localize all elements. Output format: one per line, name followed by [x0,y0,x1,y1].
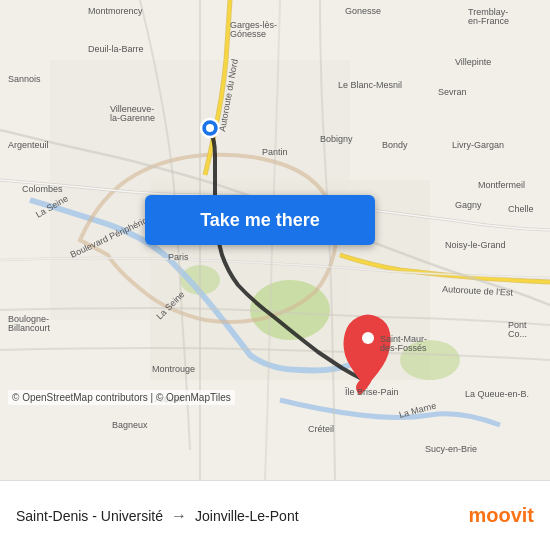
svg-text:Sannois: Sannois [8,74,41,84]
origin-label: Saint-Denis - Université [16,508,163,524]
app-container: Montmorency Gonesse Tremblay- en-France … [0,0,550,550]
svg-text:Créteil: Créteil [308,424,334,434]
svg-point-7 [206,124,214,132]
arrow-right-icon: → [171,507,187,525]
svg-text:Noisy-le-Grand: Noisy-le-Grand [445,240,506,250]
svg-text:Bondy: Bondy [382,140,408,150]
route-bottom-bar: Saint-Denis - Université → Joinville-Le-… [0,480,550,550]
svg-text:La Queue-en-B.: La Queue-en-B. [465,389,529,399]
svg-text:en-France: en-France [468,16,509,26]
route-info: Saint-Denis - Université → Joinville-Le-… [16,507,299,525]
moovit-logo: moovit [468,504,534,527]
svg-text:Montrouge: Montrouge [152,364,195,374]
svg-text:Villepinte: Villepinte [455,57,491,67]
svg-text:la-Garenne: la-Garenne [110,113,155,123]
svg-text:Colombes: Colombes [22,184,63,194]
svg-text:Montmorency: Montmorency [88,6,143,16]
moovit-brand-text: moovit [468,504,534,527]
svg-text:Bagneux: Bagneux [112,420,148,430]
svg-text:Gagny: Gagny [455,200,482,210]
svg-text:Bobigny: Bobigny [320,134,353,144]
svg-text:Chelle: Chelle [508,204,534,214]
svg-text:Gónesse: Gónesse [230,29,266,39]
take-me-there-button[interactable]: Take me there [145,195,375,245]
svg-text:des-Fossés: des-Fossés [380,343,427,353]
svg-text:Co...: Co... [508,329,527,339]
destination-label: Joinville-Le-Pont [195,508,299,524]
svg-text:Deuil-la-Barre: Deuil-la-Barre [88,44,144,54]
svg-text:Sucy-en-Brie: Sucy-en-Brie [425,444,477,454]
svg-text:Montfermeil: Montfermeil [478,180,525,190]
map-view: Montmorency Gonesse Tremblay- en-France … [0,0,550,480]
svg-point-8 [362,332,374,344]
svg-text:Gonesse: Gonesse [345,6,381,16]
svg-text:Billancourt: Billancourt [8,323,51,333]
svg-text:Livry-Gargan: Livry-Gargan [452,140,504,150]
svg-text:Pantin: Pantin [262,147,288,157]
svg-text:Argenteuil: Argenteuil [8,140,49,150]
svg-text:Sevran: Sevran [438,87,467,97]
svg-text:Île Brise-Pain: Île Brise-Pain [344,387,399,397]
svg-text:Paris: Paris [168,252,189,262]
svg-text:Le Blanc-Mesnil: Le Blanc-Mesnil [338,80,402,90]
map-attribution: © OpenStreetMap contributors | © OpenMap… [8,390,235,405]
